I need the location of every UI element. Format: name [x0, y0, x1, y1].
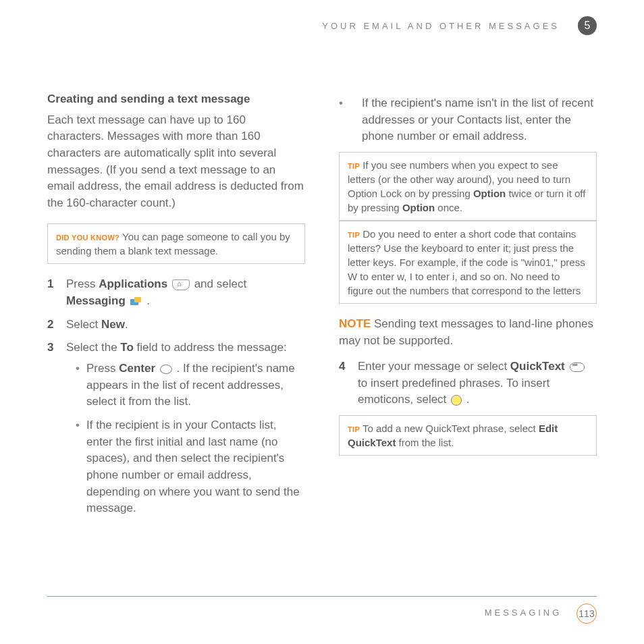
center-label: Center: [119, 362, 155, 375]
section-intro: Each text message can have up to 160 cha…: [47, 112, 305, 212]
applications-key-icon: [172, 279, 190, 290]
step-1-text-e: .: [144, 294, 150, 307]
step-3-bullets-cont: If the recipient's name isn't in the lis…: [339, 95, 597, 145]
step-2: Select New.: [47, 317, 305, 333]
messaging-label: Messaging: [66, 294, 126, 307]
did-you-know-callout: DID YOU KNOW? You can page someone to ca…: [47, 223, 305, 264]
step-4: Enter your message or select QuickText t…: [339, 358, 597, 408]
note-landline: NOTE Sending text messages to land-line …: [339, 316, 597, 349]
step-3-text-c: field to address the message:: [134, 341, 287, 354]
tip-label-2: TIP: [348, 231, 360, 239]
step-4-text-a: Enter your message or select: [358, 360, 510, 373]
bullet-1-text-a: Press: [86, 362, 119, 375]
steps-list: Press Applications and select Messaging …: [47, 276, 305, 516]
tip-option-lock: TIP If you see numbers when you expect t…: [339, 152, 597, 221]
messaging-icon: [130, 296, 142, 307]
step-3-bullets: Press Center . If the recipient's name a…: [76, 360, 305, 517]
page-number: 113: [576, 603, 597, 624]
right-column: If the recipient's name isn't in the lis…: [339, 91, 597, 524]
content-columns: Creating and sending a text message Each…: [47, 91, 597, 524]
tip2-text: Do you need to enter a short code that c…: [348, 228, 585, 296]
did-you-know-label: DID YOU KNOW?: [56, 234, 119, 242]
emoticon-icon: [451, 395, 462, 406]
tip-quicktext: TIP To add a new QuickText phrase, selec…: [339, 415, 597, 456]
footer-section: MESSAGING: [485, 608, 562, 618]
step-2-text-a: Select: [66, 318, 101, 331]
to-label: To: [120, 341, 134, 354]
footer: MESSAGING 113: [47, 596, 597, 624]
note-label: NOTE: [339, 317, 371, 330]
section-heading: Creating and sending a text message: [47, 91, 305, 108]
running-header: YOUR EMAIL AND OTHER MESSAGES 5: [47, 20, 597, 47]
steps-list-cont: Enter your message or select QuickText t…: [339, 358, 597, 408]
header-title: YOUR EMAIL AND OTHER MESSAGES: [322, 21, 560, 31]
page: YOUR EMAIL AND OTHER MESSAGES 5 CHAPTER …: [0, 0, 644, 644]
chapter-number-badge: 5: [578, 16, 597, 35]
quicktext-label: QuickText: [510, 360, 565, 373]
new-label: New: [101, 318, 125, 331]
tip3-a: To add a new QuickText phrase, select: [360, 423, 539, 434]
tip-label-1: TIP: [348, 162, 360, 170]
left-column: Creating and sending a text message Each…: [47, 91, 305, 524]
step-1-text-c: and select: [191, 277, 246, 290]
tip3-c: from the list.: [396, 437, 454, 448]
center-button-icon: [160, 365, 172, 374]
bullet-not-in-list: If the recipient's name isn't in the lis…: [339, 95, 597, 145]
applications-label: Applications: [99, 277, 167, 290]
option-label-2: Option: [402, 202, 435, 213]
bullet-contacts: If the recipient is in your Contacts lis…: [76, 417, 305, 517]
step-3: Select the To field to address the messa…: [47, 340, 305, 516]
tip-group: TIP If you see numbers when you expect t…: [339, 152, 597, 304]
step-2-text-c: .: [125, 318, 128, 331]
option-label-1: Option: [473, 188, 506, 199]
tip-short-code: TIP Do you need to enter a short code th…: [339, 221, 597, 304]
note-text: Sending text messages to land-line phone…: [339, 317, 593, 347]
step-4-text-d: .: [463, 393, 469, 406]
tip-label-3: TIP: [348, 425, 360, 433]
bullet-center: Press Center . If the recipient's name a…: [76, 360, 305, 410]
step-1: Press Applications and select Messaging …: [47, 276, 305, 309]
tip1-e: once.: [435, 202, 462, 213]
step-3-text-a: Select the: [66, 341, 120, 354]
quicktext-icon: [570, 363, 585, 372]
step-1-text-a: Press: [66, 277, 99, 290]
